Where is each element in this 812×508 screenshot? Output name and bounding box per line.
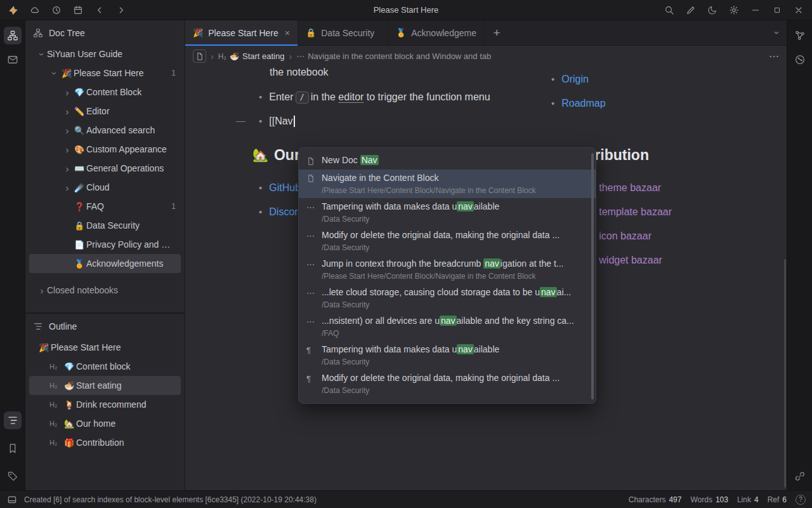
breadcrumb-heading-start-eating[interactable]: H₂ 🍜 Start eating	[218, 51, 285, 61]
popup-item-new-doc[interactable]: New Doc Nav	[299, 151, 596, 170]
bookmark-icon[interactable]	[4, 439, 22, 457]
doc-general-operations[interactable]: › ⌨️ General Operations	[29, 159, 181, 178]
doc-please-start-here[interactable]: › 🎉 Please Start Here 1	[29, 64, 181, 83]
notebook-siyuan-user-guide[interactable]: › SiYuan User Guide	[29, 44, 181, 64]
tab-list-chevron-icon[interactable]: ›	[776, 20, 779, 45]
chevron-down-icon[interactable]: ›	[50, 68, 60, 78]
app-logo-icon[interactable]	[8, 4, 19, 16]
chevron-right-icon[interactable]: ›	[62, 164, 72, 173]
daily-note-calendar-icon[interactable]	[72, 4, 84, 16]
go-back-icon[interactable]	[94, 4, 105, 16]
title-bar: Please Start Here	[0, 0, 812, 20]
chevron-right-icon[interactable]: ›	[62, 145, 72, 154]
editor-scrollbar[interactable]	[784, 259, 786, 488]
list-item-widget-bazaar[interactable]: • widget bazaar	[589, 253, 662, 268]
popup-item-result[interactable]: ⋯ ...nsistent) or all devices are unavai…	[299, 312, 596, 341]
tab-close-icon[interactable]: ×	[285, 28, 290, 38]
graph-icon[interactable]	[791, 27, 809, 44]
chevron-right-icon[interactable]: ›	[62, 88, 72, 97]
list-item-typing[interactable]: • [[Nav	[259, 114, 295, 129]
doc-tree-panel: Doc Tree › SiYuan User Guide › 🎉 Please …	[25, 20, 185, 312]
tab-acknowledgements[interactable]: 🏅 Acknowledgements	[388, 20, 485, 45]
search-icon[interactable]	[664, 4, 675, 16]
more-options-icon[interactable]: ⋯	[769, 50, 779, 62]
closed-notebooks[interactable]: › Closed notebooks	[29, 281, 181, 300]
close-window-icon[interactable]	[793, 4, 804, 16]
paragraph-tail[interactable]: the notebook	[270, 67, 329, 78]
inbox-mail-icon[interactable]	[4, 51, 22, 69]
doc-privacy-policy[interactable]: 📄 Privacy Policy and User Agreement	[29, 235, 181, 254]
backlinks-link-icon[interactable]	[791, 467, 809, 485]
global-graph-icon[interactable]	[791, 51, 809, 69]
popup-scrollbar[interactable]	[591, 153, 594, 399]
theme-moon-icon[interactable]	[707, 4, 718, 16]
origin-link[interactable]: Origin	[561, 72, 589, 87]
doc-data-security[interactable]: 🔒 Data Security	[29, 216, 181, 235]
list-item-theme-bazaar[interactable]: • theme bazaar	[589, 180, 661, 196]
chevron-right-icon[interactable]: ›	[62, 183, 72, 192]
doc-editor[interactable]: › ✏️ Editor	[29, 102, 181, 121]
popup-item-result[interactable]: ¶ Tampering with data makes data unavail…	[299, 341, 596, 370]
list-item-github[interactable]: • GitHub	[259, 180, 301, 196]
chevron-down-icon[interactable]: ›	[37, 49, 47, 59]
github-link[interactable]: GitHub	[269, 180, 301, 196]
file-tree-dock-icon[interactable]	[4, 27, 22, 44]
heading-level-tag: H₂	[218, 52, 226, 61]
chevron-right-icon[interactable]: ›	[37, 286, 47, 295]
data-history-icon[interactable]	[51, 4, 62, 16]
chevron-right-icon[interactable]: ›	[62, 107, 72, 116]
popup-item-result[interactable]: ⋯ Tampering with data makes data unavail…	[299, 198, 596, 227]
doc-acknowledgements[interactable]: 🏅 Acknowledgements	[29, 254, 181, 273]
outline-item-root[interactable]: 🎉 Please Start Here	[29, 338, 181, 357]
editor-ref-link[interactable]: editor	[338, 90, 363, 105]
theme-bazaar-link[interactable]: theme bazaar	[599, 180, 661, 196]
outline-item-drink-recommend[interactable]: H₂ 🍹 Drink recommend	[29, 395, 181, 414]
outline-item-content-block[interactable]: H₂ 💎 Content block	[29, 357, 181, 376]
outline-item-start-eating[interactable]: H₂ 🍜 Start eating	[29, 376, 181, 395]
popup-item-result[interactable]: ⋯ ...lete cloud storage, causing cloud s…	[299, 284, 596, 312]
doc-custom-appearance[interactable]: › 🎨 Custom Appearance	[29, 140, 181, 159]
popup-item-result[interactable]: ¶ Modify or delete the original data, ma…	[299, 370, 596, 398]
breadcrumb-block[interactable]: ⋯ Navigate in the content block and Wind…	[296, 51, 491, 61]
outline-header[interactable]: Outline	[25, 315, 185, 338]
sync-cloud-icon[interactable]	[29, 4, 41, 16]
help-icon[interactable]: ?	[796, 495, 806, 505]
go-forward-icon[interactable]	[115, 4, 127, 16]
widget-bazaar-link[interactable]: widget bazaar	[599, 253, 662, 268]
list-item-discord[interactable]: • Discord	[259, 204, 304, 220]
breadcrumb-doc-icon[interactable]	[193, 50, 206, 63]
minimize-icon[interactable]	[750, 4, 761, 16]
list-item-roadmap[interactable]: • Roadmap	[551, 96, 606, 111]
settings-gear-icon[interactable]	[728, 4, 740, 16]
doc-count-badge: 1	[171, 69, 176, 77]
doc-emoji-icon: ✏️	[72, 107, 86, 116]
doc-cloud[interactable]: › ☄️ Cloud	[29, 178, 181, 197]
list-item-slash-tip[interactable]: • Enter / in the editor to trigger the f…	[259, 90, 490, 105]
outline-item-our-home[interactable]: H₂ 🏡 Our home	[29, 414, 181, 433]
list-item-icon-bazaar[interactable]: • icon bazaar	[589, 229, 652, 244]
roadmap-link[interactable]: Roadmap	[561, 96, 605, 111]
doc-advanced-search[interactable]: › 🔍 Advanced search	[29, 121, 181, 140]
edit-mode-pencil-icon[interactable]	[685, 4, 697, 16]
chevron-right-icon[interactable]: ›	[62, 126, 72, 135]
outline-item-contribution[interactable]: H₂ 🎁 Contribution	[29, 433, 181, 452]
doc-faq[interactable]: ❓ FAQ 1	[29, 197, 181, 216]
list-item-template-bazaar[interactable]: • template bazaar	[589, 204, 672, 220]
list-item-origin[interactable]: • Origin	[551, 72, 589, 87]
popup-item-navigate-doc[interactable]: Navigate in the Content Block /Please St…	[299, 170, 596, 198]
block-gutter-handle[interactable]: —	[236, 115, 246, 126]
doc-content-block[interactable]: › 💎 Content Block	[29, 83, 181, 102]
template-bazaar-link[interactable]: template bazaar	[599, 204, 672, 220]
tab-data-security[interactable]: 🔒 Data Security	[298, 20, 388, 45]
tag-icon[interactable]	[4, 467, 22, 485]
new-tab-button[interactable]: +	[485, 20, 509, 45]
doc-tree-header[interactable]: Doc Tree	[25, 22, 185, 44]
tab-please-start-here[interactable]: 🎉 Please Start Here ×	[185, 20, 298, 45]
icon-bazaar-link[interactable]: icon bazaar	[599, 229, 652, 244]
popup-item-result[interactable]: ⋯ Modify or delete the original data, ma…	[299, 227, 596, 255]
dock-toggle-icon[interactable]	[6, 494, 18, 505]
maximize-icon[interactable]	[771, 4, 783, 16]
list-item-icon: ⋯	[306, 231, 322, 241]
popup-item-result[interactable]: ⋯ Jump in context through the breadcrumb…	[299, 255, 596, 284]
outline-dock-icon[interactable]	[4, 411, 22, 429]
